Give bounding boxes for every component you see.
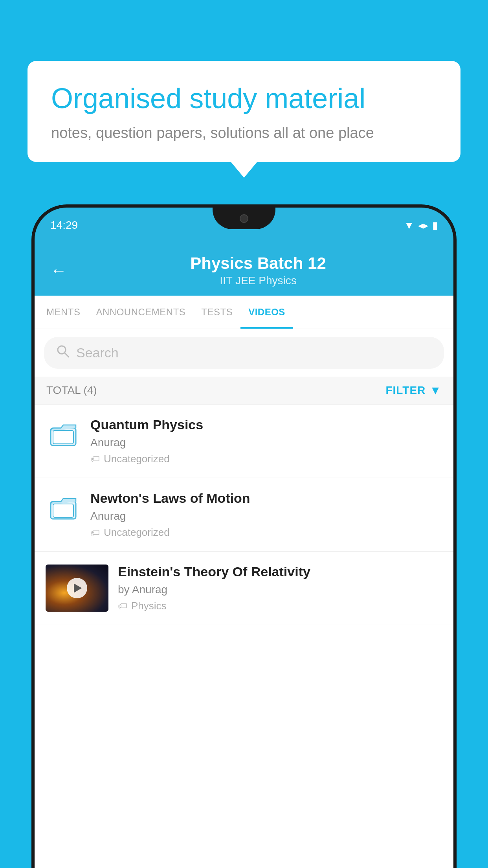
video-item-1[interactable]: Quantum Physics Anurag 🏷 Uncategorized <box>35 405 453 478</box>
tag-label-3: Physics <box>131 600 167 612</box>
folder-icon-2 <box>49 493 77 521</box>
search-icon <box>56 344 70 362</box>
app-header: ← Physics Batch 12 IIT JEE Physics <box>35 243 453 296</box>
speech-bubble-section: Organised study material notes, question… <box>28 61 460 162</box>
svg-rect-5 <box>53 504 73 517</box>
wifi-icon: ▼ <box>404 219 414 232</box>
play-triangle-3 <box>74 583 82 593</box>
signal-icon: ◂▸ <box>418 219 428 232</box>
total-count: TOTAL (4) <box>46 384 97 397</box>
folder-icon-wrapper-1 <box>46 417 81 448</box>
search-bar-container: Search <box>35 329 453 377</box>
tag-label-2: Uncategorized <box>104 526 170 539</box>
video-thumbnail-3 <box>46 565 108 612</box>
filter-button[interactable]: FILTER ▼ <box>385 384 442 397</box>
filter-label: FILTER <box>385 384 426 397</box>
video-tag-2: 🏷 Uncategorized <box>90 526 442 539</box>
notch-cutout <box>213 208 275 229</box>
video-item-3[interactable]: Einstein's Theory Of Relativity by Anura… <box>35 552 453 625</box>
tabs-bar: MENTS ANNOUNCEMENTS TESTS VIDEOS <box>35 296 453 329</box>
bubble-subtitle: notes, question papers, solutions all at… <box>51 125 437 142</box>
status-icons: ▼ ◂▸ ▮ <box>404 219 438 232</box>
video-tag-1: 🏷 Uncategorized <box>90 453 442 465</box>
tag-icon-1: 🏷 <box>90 454 100 465</box>
video-info-3: Einstein's Theory Of Relativity by Anura… <box>118 564 442 612</box>
tag-icon-2: 🏷 <box>90 527 100 538</box>
folder-icon-1 <box>49 419 77 448</box>
filter-funnel-icon: ▼ <box>429 384 442 397</box>
svg-line-1 <box>65 353 69 357</box>
search-input-wrapper[interactable]: Search <box>44 337 444 369</box>
play-button-3[interactable] <box>67 578 87 598</box>
video-item-2[interactable]: Newton's Laws of Motion Anurag 🏷 Uncateg… <box>35 478 453 552</box>
video-author-2: Anurag <box>90 510 442 522</box>
app-screen: ← Physics Batch 12 IIT JEE Physics MENTS… <box>35 243 453 868</box>
tab-tests[interactable]: TESTS <box>193 296 240 329</box>
status-time: 14:29 <box>50 219 78 232</box>
phone-inner: 14:29 ▼ ◂▸ ▮ ← Physics Batch 12 IIT JEE … <box>35 208 453 868</box>
search-placeholder: Search <box>76 345 119 360</box>
video-info-1: Quantum Physics Anurag 🏷 Uncategorized <box>90 417 442 465</box>
tab-ments[interactable]: MENTS <box>39 296 88 329</box>
video-title-2: Newton's Laws of Motion <box>90 491 442 506</box>
status-bar: 14:29 ▼ ◂▸ ▮ <box>35 208 453 243</box>
camera-dot <box>240 214 248 223</box>
header-title: Physics Batch 12 <box>79 254 438 273</box>
header-subtitle: IIT JEE Physics <box>79 274 438 287</box>
speech-bubble: Organised study material notes, question… <box>28 61 460 162</box>
battery-icon: ▮ <box>432 219 438 232</box>
video-tag-3: 🏷 Physics <box>118 600 442 612</box>
tab-videos[interactable]: VIDEOS <box>240 296 293 329</box>
tab-announcements[interactable]: ANNOUNCEMENTS <box>88 296 194 329</box>
phone-frame: 14:29 ▼ ◂▸ ▮ ← Physics Batch 12 IIT JEE … <box>31 204 457 868</box>
video-title-1: Quantum Physics <box>90 417 442 432</box>
video-author-1: Anurag <box>90 436 442 449</box>
video-author-3: by Anurag <box>118 583 442 596</box>
folder-icon-wrapper-2 <box>46 491 81 521</box>
video-list: Quantum Physics Anurag 🏷 Uncategorized <box>35 405 453 868</box>
bubble-title: Organised study material <box>51 81 437 115</box>
svg-rect-3 <box>53 430 73 444</box>
header-text: Physics Batch 12 IIT JEE Physics <box>79 254 438 287</box>
video-info-2: Newton's Laws of Motion Anurag 🏷 Uncateg… <box>90 491 442 539</box>
tag-label-1: Uncategorized <box>104 453 170 465</box>
video-title-3: Einstein's Theory Of Relativity <box>118 564 442 579</box>
filter-row: TOTAL (4) FILTER ▼ <box>35 377 453 405</box>
back-button[interactable]: ← <box>50 261 67 280</box>
tag-icon-3: 🏷 <box>118 601 127 612</box>
